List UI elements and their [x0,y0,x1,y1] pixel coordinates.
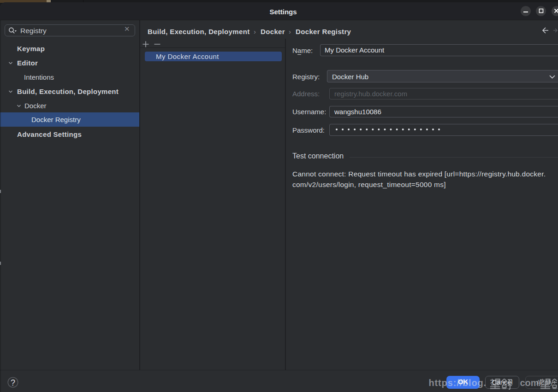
svg-text:?: ? [11,378,15,387]
